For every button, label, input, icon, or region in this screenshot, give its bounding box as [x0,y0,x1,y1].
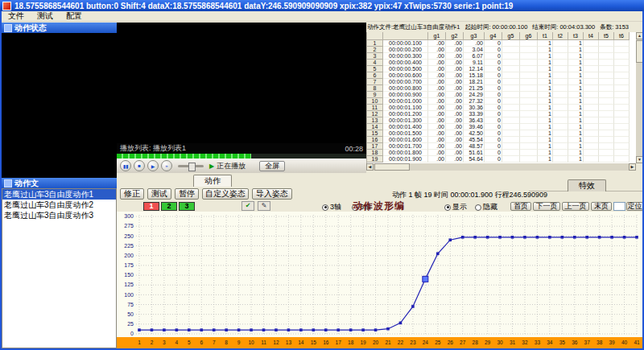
svg-text:24: 24 [423,340,429,345]
play-button[interactable]: ▶ [147,160,159,171]
svg-text:300: 300 [124,213,134,219]
series-button-1[interactable]: 1 [143,202,159,211]
file-list-item-2[interactable]: 老鹰过山车3自由度动作3 [2,210,116,220]
scroll-left-icon[interactable]: ◀ [366,163,374,171]
edit-icon-button[interactable]: ✎ [258,201,270,211]
table-header-cell-8[interactable]: t1 [538,32,553,40]
video-display[interactable] [117,23,366,143]
table-cell: 0 [485,47,502,53]
row-number[interactable]: 7 [367,79,383,85]
player-controls: ▮▮ ■ ▶ » ▶ 正在播放 全屏 [117,159,366,173]
radio-show-label: 显示 [452,202,467,212]
menu-item-2[interactable]: 配置 [66,10,82,22]
table-cell [553,117,568,124]
radio-hide[interactable]: 隐藏 [475,202,497,212]
menu-item-0[interactable]: 文件 [8,10,24,22]
toolbar-button-3[interactable]: 自定义姿态 [202,188,249,200]
table-cell [553,53,568,60]
row-number[interactable]: 12 [367,111,383,117]
pause-button[interactable]: ▮▮ [120,160,131,171]
toolbar-button-0[interactable]: 修正 [120,188,144,200]
row-number[interactable]: 10 [367,98,383,105]
table-cell [520,47,538,53]
table-header-cell-2[interactable]: g1 [428,32,446,40]
table-header-cell-9[interactable]: t2 [553,32,568,40]
table-header-cell-3[interactable]: g2 [446,32,464,40]
volume-knob[interactable] [188,163,196,171]
table-header-cell-10[interactable]: t3 [568,32,584,40]
table-header-cell-5[interactable]: g4 [485,32,502,40]
scroll-right-icon[interactable]: ▶ [629,163,636,171]
radio-show[interactable]: 显示 [444,202,467,212]
row-number[interactable]: 4 [367,60,383,66]
tab-action[interactable]: 动作 [193,175,232,187]
svg-text:29: 29 [485,340,491,345]
svg-text:12: 12 [273,340,279,345]
row-number[interactable]: 18 [367,150,383,156]
table-cell [614,156,630,163]
table-cell [502,156,520,163]
toolbar-button-1[interactable]: 测试 [147,188,171,200]
table-header-cell-11[interactable]: t4 [584,32,599,40]
row-number[interactable]: 2 [367,47,383,53]
page-last-button[interactable]: 末页 [591,202,612,211]
hscroll-thumb[interactable] [374,163,410,171]
table-header-cell-6[interactable]: g5 [502,32,520,40]
next-button[interactable]: » [161,160,172,171]
tab-effect-right[interactable]: 特效 [568,179,606,191]
status-panel-header[interactable]: 动作状态 [2,23,117,33]
page-next-button[interactable]: 下一页 [533,202,560,211]
title-bar[interactable]: 18.5755868544601 button:0 Shift:4 dataX:… [0,0,644,11]
apply-icon-button[interactable]: ✔ [242,201,254,211]
svg-text:37: 37 [584,340,591,345]
toolbar-button-2[interactable]: 暂停 [175,188,199,200]
row-number[interactable]: 19 [367,156,383,163]
page-prev-button[interactable]: 上一页 [562,202,589,211]
row-number[interactable]: 17 [367,143,383,150]
goto-page-input[interactable] [613,202,625,211]
row-number[interactable]: 16 [367,137,383,143]
table-header-cell-0[interactable] [367,32,383,40]
page-first-button[interactable]: 首页 [510,202,531,211]
row-number[interactable]: 15 [367,130,383,137]
data-table[interactable]: g1g2g3g4g5g6t1t2t3t4t5t6 100:00:00.100.0… [366,32,636,163]
table-header-cell-13[interactable]: t6 [614,32,630,40]
series-button-3[interactable]: 3 [179,202,195,211]
row-number[interactable]: 9 [367,92,383,98]
row-number[interactable]: 6 [367,72,383,79]
file-list-item-1[interactable]: 老鹰过山车3自由度动作2 [2,200,116,210]
table-hscrollbar[interactable]: ◀ ▶ [366,163,636,171]
row-number[interactable]: 5 [367,66,383,72]
row-number[interactable]: 8 [367,85,383,92]
table-cell [520,111,538,117]
row-number[interactable]: 1 [367,40,383,47]
row-number[interactable]: 11 [367,105,383,111]
table-header-cell-1[interactable] [383,32,428,40]
volume-slider[interactable] [178,165,204,167]
radio-3axis[interactable]: 3轴 [322,202,341,212]
table-cell: 51.61 [464,150,485,156]
toolbar-button-4[interactable]: 导入姿态 [252,188,292,200]
row-number[interactable]: 13 [367,117,383,124]
svg-text:28: 28 [473,340,479,345]
row-number[interactable]: 3 [367,53,383,60]
table-header-cell-4[interactable]: g3 [464,32,485,40]
table-cell [502,79,520,85]
menu-item-1[interactable]: 测试 [37,10,53,22]
file-list-item-0[interactable]: 老鹰过山车3自由度动作1 [2,189,116,200]
row-number[interactable]: 14 [367,124,383,130]
table-cell: 00:00:00.600 [383,72,428,79]
table-cell: .00 [428,47,446,53]
table-cell: 1 [568,111,584,117]
table-header-cell-7[interactable]: g6 [520,32,538,40]
table-cell: 1 [568,143,584,150]
table-header-cell-12[interactable]: t5 [599,32,614,40]
file-panel-header[interactable]: 动作文 [2,178,117,188]
table-cell [584,92,599,98]
stop-button[interactable]: ■ [134,160,145,171]
action-file-list[interactable]: 老鹰过山车3自由度动作1老鹰过山车3自由度动作2老鹰过山车3自由度动作3 [2,188,117,348]
series-button-2[interactable]: 2 [161,202,177,211]
locate-button[interactable]: 定位 [626,202,643,211]
fullscreen-button[interactable]: 全屏 [259,161,285,171]
waveform-plot[interactable]: 0255075100125150175200225250275300123456… [117,212,642,348]
